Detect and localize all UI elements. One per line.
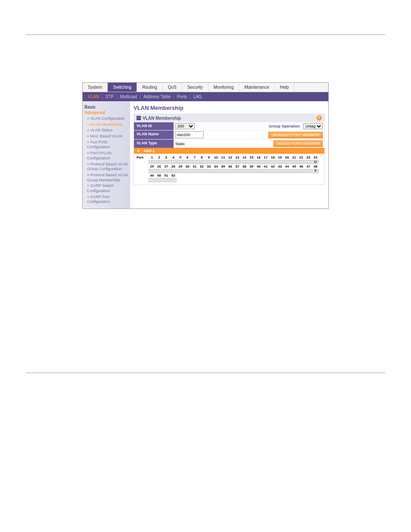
port-num: 25: [149, 165, 156, 168]
sidebar-item-vlan-config[interactable]: » VLAN Configuration: [84, 116, 128, 122]
tab-monitoring[interactable]: Monitoring: [209, 83, 240, 92]
untagged-members-button[interactable]: UNTAGGED PORT MEMBERS: [268, 132, 323, 138]
port-cell[interactable]: [270, 169, 277, 173]
tab-help[interactable]: Help: [275, 83, 295, 92]
tab-routing[interactable]: Routing: [137, 83, 162, 92]
port-cell[interactable]: T: [312, 169, 319, 173]
port-cell[interactable]: [206, 160, 212, 164]
collapse-icon[interactable]: −: [137, 116, 141, 120]
tagged-members-button[interactable]: TAGGED PORT MEMBERS: [274, 140, 323, 147]
port-cell[interactable]: U: [312, 160, 319, 164]
port-cell[interactable]: [298, 160, 305, 164]
port-cell[interactable]: [170, 178, 177, 182]
port-cell[interactable]: [227, 160, 234, 164]
port-num: 10: [213, 156, 220, 159]
sidebar-basic[interactable]: Basic: [84, 105, 128, 109]
port-cell[interactable]: [255, 160, 262, 164]
port-cell[interactable]: [262, 169, 269, 173]
port-cell[interactable]: [213, 169, 220, 173]
subtab-multicast[interactable]: Multicast: [118, 93, 140, 100]
port-num: 31: [191, 165, 198, 168]
port-cell[interactable]: [248, 160, 255, 164]
sidebar-item-proto-group-membership[interactable]: » Protocol Based VLAN Group Membership: [84, 172, 128, 183]
port-cell[interactable]: [262, 160, 269, 164]
port-cell[interactable]: [305, 169, 312, 173]
port-cell[interactable]: [191, 169, 198, 173]
subtab-address-table[interactable]: Address Table: [141, 93, 173, 100]
port-cell[interactable]: [163, 178, 170, 182]
port-cell[interactable]: [163, 160, 170, 164]
port-cell[interactable]: [305, 160, 312, 164]
port-num: 22: [298, 156, 305, 159]
port-cell[interactable]: [149, 169, 156, 173]
unit-collapse-icon[interactable]: ▾: [137, 149, 140, 153]
group-op-select[interactable]: Untag All: [303, 123, 323, 129]
tab-security[interactable]: Security: [182, 83, 209, 92]
port-cell[interactable]: [234, 169, 241, 173]
vlan-id-select[interactable]: 200: [175, 123, 195, 129]
port-cell[interactable]: [156, 169, 163, 173]
port-num: 19: [277, 156, 283, 159]
tab-maintenance[interactable]: Maintenance: [239, 83, 274, 92]
port-cell[interactable]: [220, 160, 227, 164]
port-num: 11: [220, 156, 227, 159]
sidebar-item-proto-group-config[interactable]: » Protocol Based VLAN Group Configuratio…: [84, 162, 128, 172]
port-num: 23: [305, 156, 312, 159]
subtab-lag[interactable]: LAG: [191, 93, 205, 100]
port-cell[interactable]: [270, 160, 277, 164]
sidebar-item-garp-switch[interactable]: » GARP Switch Configuration: [84, 183, 128, 194]
port-cell[interactable]: [149, 178, 156, 182]
port-cell[interactable]: [291, 169, 298, 173]
port-cell[interactable]: [220, 169, 227, 173]
port-num: 13: [234, 156, 241, 159]
subtab-ports[interactable]: Ports: [174, 93, 190, 100]
port-cell[interactable]: [241, 160, 248, 164]
port-cell[interactable]: [184, 160, 191, 164]
vlan-name-label: VLAN Name: [134, 131, 174, 139]
port-cell[interactable]: [163, 169, 170, 173]
port-num: 39: [248, 165, 255, 168]
port-cell[interactable]: [206, 169, 212, 173]
port-cell[interactable]: [177, 169, 184, 173]
port-cell[interactable]: [149, 160, 156, 164]
panel-header: − VLAN Membership ?: [134, 114, 324, 122]
port-cell[interactable]: [234, 160, 241, 164]
tab-switching[interactable]: Switching: [108, 83, 137, 92]
tab-qos[interactable]: QoS: [163, 83, 182, 92]
sidebar-item-mac-vlan[interactable]: » MAC Based VLAN: [84, 134, 128, 140]
sidebar-item-port-dvlan[interactable]: » Port DVLAN Configuration: [84, 150, 128, 161]
port-cell[interactable]: [199, 160, 206, 164]
port-cell[interactable]: [284, 160, 291, 164]
port-cell[interactable]: [291, 160, 298, 164]
port-cell[interactable]: [277, 169, 283, 173]
port-cell[interactable]: [277, 160, 283, 164]
port-cell[interactable]: [213, 160, 220, 164]
port-cell[interactable]: [191, 160, 198, 164]
sidebar-item-port-pvid[interactable]: » Port PVID Configuration: [84, 140, 128, 150]
port-cell[interactable]: [177, 160, 184, 164]
port-cell[interactable]: [184, 169, 191, 173]
sidebar-item-vlan-status[interactable]: » VLAN Status: [84, 128, 128, 134]
port-cell[interactable]: [170, 160, 177, 164]
port-label: Port: [137, 156, 149, 159]
vlan-name-input[interactable]: [175, 131, 204, 138]
sidebar-item-vlan-membership[interactable]: » VLAN Membership: [84, 122, 128, 128]
port-cell[interactable]: [298, 169, 305, 173]
tab-system[interactable]: System: [83, 83, 108, 92]
port-cell[interactable]: [227, 169, 234, 173]
sidebar-item-garp-port[interactable]: » GARP Port Configuration: [84, 194, 128, 205]
subtab-vlan[interactable]: VLAN: [85, 93, 102, 100]
help-icon[interactable]: ?: [317, 115, 322, 121]
port-cell[interactable]: [199, 169, 206, 173]
port-cell[interactable]: [248, 169, 255, 173]
port-cell[interactable]: [284, 169, 291, 173]
port-cell[interactable]: [156, 160, 163, 164]
port-num: 16: [255, 156, 262, 159]
sidebar-advanced[interactable]: Advanced: [84, 110, 128, 115]
port-cell[interactable]: [241, 169, 248, 173]
port-cell[interactable]: [255, 169, 262, 173]
port-cell[interactable]: [156, 178, 163, 182]
port-num: 8: [199, 156, 206, 159]
port-cell[interactable]: [170, 169, 177, 173]
subtab-stp[interactable]: STP: [103, 93, 116, 100]
